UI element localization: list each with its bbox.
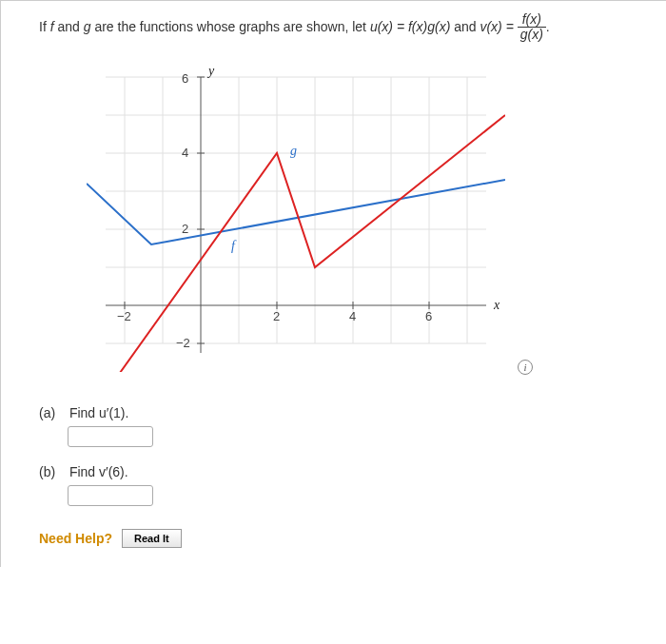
graph-container: −2 2 4 6 2 4 6 −2 x y f g i: [39, 58, 647, 394]
g-label: g: [290, 144, 297, 158]
question-b-text: Find v′(6).: [69, 464, 128, 479]
prompt-text: and: [450, 19, 480, 34]
tick-label: 6: [425, 309, 432, 323]
question-b-label: (b): [39, 464, 66, 479]
read-it-button[interactable]: Read It: [122, 529, 182, 548]
tick-label: −2: [117, 309, 131, 323]
info-icon[interactable]: i: [518, 360, 533, 375]
question-a: (a) Find u′(1).: [39, 405, 647, 420]
fraction: f(x)g(x): [518, 12, 546, 43]
problem-prompt: If f and g are the functions whose graph…: [39, 12, 647, 43]
x-axis-label: x: [493, 298, 500, 312]
u-definition: u(x) = f(x)g(x): [370, 19, 450, 34]
graph-svg: −2 2 4 6 2 4 6 −2 x y f g: [87, 68, 505, 372]
v-lhs: v(x) =: [480, 19, 517, 34]
prompt-text: and: [54, 19, 84, 34]
need-help-label: Need Help?: [39, 531, 112, 546]
help-row: Need Help? Read It: [39, 529, 647, 548]
prompt-text: If: [39, 19, 50, 34]
tick-label: 6: [182, 71, 188, 86]
tick-label: 2: [273, 309, 280, 323]
fraction-numerator: f(x): [518, 12, 546, 28]
fraction-denominator: g(x): [518, 28, 546, 42]
prompt-text: .: [546, 19, 550, 34]
f-label: f: [231, 239, 237, 253]
answer-input-b[interactable]: [68, 485, 153, 506]
tick-label: 4: [182, 146, 188, 160]
answer-input-a[interactable]: [68, 426, 153, 447]
question-b: (b) Find v′(6).: [39, 464, 647, 479]
tick-label: −2: [176, 336, 190, 350]
var-g: g: [84, 19, 91, 34]
tick-label: 4: [349, 309, 356, 323]
prompt-text: are the functions whose graphs are shown…: [91, 19, 370, 34]
tick-label: 2: [182, 222, 188, 236]
question-a-text: Find u′(1).: [69, 405, 129, 420]
info-icon-glyph: i: [523, 361, 526, 373]
y-axis-label: y: [206, 68, 215, 78]
question-a-label: (a): [39, 405, 66, 420]
